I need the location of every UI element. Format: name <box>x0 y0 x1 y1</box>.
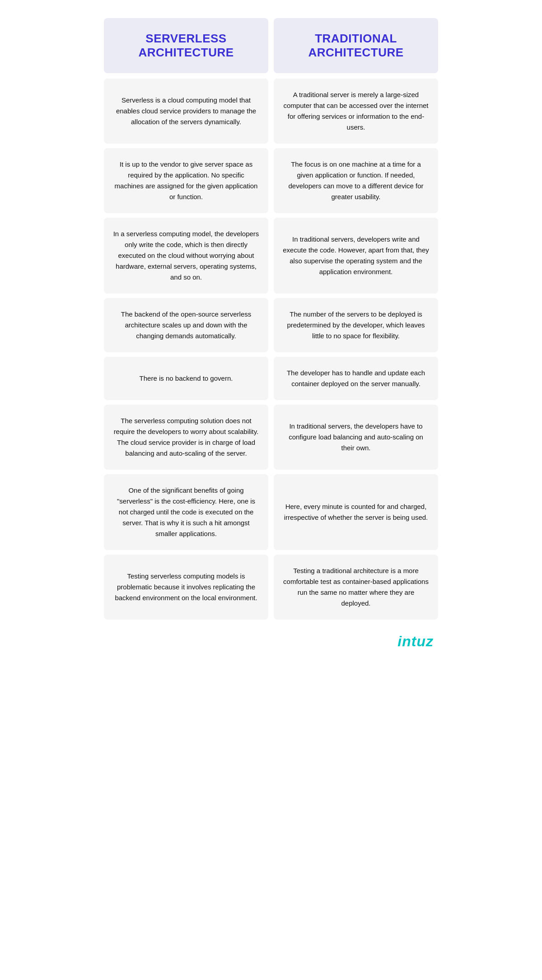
comparison-container: SERVERLESS ARCHITECTURE TRADITIONAL ARCH… <box>104 18 438 650</box>
right-cell-3: The number of the servers to be deployed… <box>274 298 438 352</box>
footer: intuz <box>104 633 438 650</box>
data-row-4: There is no backend to govern.The develo… <box>104 357 438 400</box>
data-row-7: Testing serverless computing models is p… <box>104 555 438 620</box>
left-cell-3: The backend of the open-source serverles… <box>104 298 268 352</box>
data-row-6: One of the significant benefits of going… <box>104 474 438 550</box>
left-cell-1: It is up to the vendor to give server sp… <box>104 148 268 213</box>
right-cell-5: In traditional servers, the developers h… <box>274 405 438 470</box>
data-row-1: It is up to the vendor to give server sp… <box>104 148 438 213</box>
header-row: SERVERLESS ARCHITECTURE TRADITIONAL ARCH… <box>104 18 438 73</box>
serverless-title: SERVERLESS ARCHITECTURE <box>113 32 259 60</box>
right-cell-1: The focus is on one machine at a time fo… <box>274 148 438 213</box>
traditional-title: TRADITIONAL ARCHITECTURE <box>283 32 429 60</box>
traditional-header: TRADITIONAL ARCHITECTURE <box>274 18 438 73</box>
left-cell-4: There is no backend to govern. <box>104 357 268 400</box>
serverless-header: SERVERLESS ARCHITECTURE <box>104 18 268 73</box>
right-cell-6: Here, every minute is counted for and ch… <box>274 474 438 550</box>
logo: intuz <box>104 633 434 650</box>
right-cell-2: In traditional servers, developers write… <box>274 218 438 294</box>
right-cell-4: The developer has to handle and update e… <box>274 357 438 400</box>
rows-container: Serverless is a cloud computing model th… <box>104 79 438 620</box>
left-cell-0: Serverless is a cloud computing model th… <box>104 79 268 144</box>
data-row-3: The backend of the open-source serverles… <box>104 298 438 352</box>
left-cell-6: One of the significant benefits of going… <box>104 474 268 550</box>
data-row-2: In a serverless computing model, the dev… <box>104 218 438 294</box>
data-row-5: The serverless computing solution does n… <box>104 405 438 470</box>
left-cell-5: The serverless computing solution does n… <box>104 405 268 470</box>
data-row-0: Serverless is a cloud computing model th… <box>104 79 438 144</box>
right-cell-7: Testing a traditional architecture is a … <box>274 555 438 620</box>
left-cell-2: In a serverless computing model, the dev… <box>104 218 268 294</box>
left-cell-7: Testing serverless computing models is p… <box>104 555 268 620</box>
right-cell-0: A traditional server is merely a large-s… <box>274 79 438 144</box>
